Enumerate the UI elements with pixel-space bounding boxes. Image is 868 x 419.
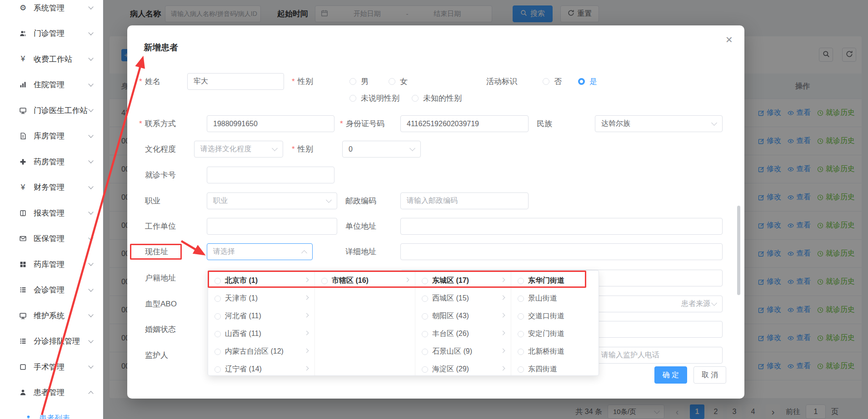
cascader-option[interactable]: 河北省 (11) bbox=[208, 307, 314, 325]
contact-label: *联系方式 bbox=[139, 115, 176, 132]
sidebar-item[interactable]: ⚙系统管理 bbox=[0, 0, 103, 21]
radio-dot bbox=[422, 366, 428, 373]
cascader-option[interactable]: 北京市 (1) bbox=[208, 272, 314, 290]
sidebar-item[interactable]: 会诊管理 bbox=[0, 277, 103, 303]
detail-address-input[interactable] bbox=[400, 243, 723, 260]
cascader-option[interactable]: 东城区 (17) bbox=[415, 272, 511, 290]
name-input[interactable]: 牢大 bbox=[187, 73, 284, 90]
education-select[interactable]: 请选择文化程度 bbox=[194, 141, 283, 158]
chevron-down-icon bbox=[326, 197, 332, 203]
chevron-down-icon bbox=[711, 120, 717, 126]
sidebar-item[interactable]: 住院管理 bbox=[0, 72, 103, 98]
radio-dot bbox=[518, 296, 524, 302]
close-icon[interactable]: × bbox=[726, 34, 733, 45]
chevron-right-icon bbox=[501, 349, 505, 353]
sidebar-item[interactable]: 维护系统 bbox=[0, 303, 103, 329]
sidebar-item[interactable]: 门诊管理 bbox=[0, 21, 103, 47]
cascader-option[interactable]: 市辖区 (16) bbox=[315, 272, 415, 290]
sidebar-item[interactable]: 报表管理 bbox=[0, 200, 103, 226]
monitor-icon bbox=[18, 107, 28, 114]
sidebar-item[interactable]: 手术管理 bbox=[0, 354, 103, 380]
user-icon bbox=[24, 415, 33, 419]
cascader-option[interactable]: 海淀区 (29) bbox=[415, 360, 511, 375]
gender-radio-unknown[interactable]: 未知的性别 bbox=[412, 90, 462, 107]
cascader-option[interactable]: 交道口街道 bbox=[511, 307, 599, 325]
radio-dot bbox=[578, 78, 585, 85]
cascader-option[interactable]: 天津市 (1) bbox=[208, 290, 314, 307]
radio-dot bbox=[215, 296, 221, 302]
chevron-down-icon bbox=[88, 235, 93, 240]
medical-cross-icon bbox=[18, 158, 28, 165]
gender-label: *性别 bbox=[292, 73, 313, 90]
sidebar-item[interactable]: 门诊医生工作站 bbox=[0, 98, 103, 123]
guardian-phone-input[interactable]: 请输入监护人电话 bbox=[595, 347, 723, 364]
sidebar-item[interactable]: 库房管理 bbox=[0, 123, 103, 149]
confirm-button[interactable]: 确 定 bbox=[654, 366, 687, 384]
sidebar-item-label: 药库管理 bbox=[34, 259, 89, 270]
current-address-select[interactable]: 请选择 bbox=[207, 243, 313, 260]
ethnicity-select[interactable]: 达斡尔族 bbox=[595, 115, 723, 132]
chevron-down-icon bbox=[88, 158, 93, 163]
cascader-column-1: 北京市 (1)天津市 (1)河北省 (11)山西省 (11)内蒙古自治区 (12… bbox=[208, 271, 315, 375]
radio-dot bbox=[215, 349, 221, 355]
cancel-button[interactable]: 取 消 bbox=[693, 366, 726, 384]
cascader-option[interactable]: 内蒙古自治区 (12) bbox=[208, 343, 314, 360]
sidebar: ⚙系统管理门诊管理¥收费工作站住院管理门诊医生工作站库房管理药房管理¥财务管理报… bbox=[0, 0, 103, 419]
patient-source-select[interactable]: 患者来源 bbox=[595, 296, 723, 312]
sidebar-menu: ⚙系统管理门诊管理¥收费工作站住院管理门诊医生工作站库房管理药房管理¥财务管理报… bbox=[0, 0, 103, 419]
chevron-down-icon bbox=[88, 210, 93, 215]
cascader-option[interactable]: 景山街道 bbox=[511, 290, 599, 307]
dialog-scrollbar-thumb[interactable] bbox=[737, 206, 740, 295]
sidebar-item[interactable]: 医保管理 bbox=[0, 226, 103, 252]
sidebar-item[interactable]: 患者管理 bbox=[0, 380, 103, 406]
contact-input[interactable]: 19880991650 bbox=[207, 115, 334, 132]
work-unit-input[interactable] bbox=[207, 218, 337, 235]
yen-icon: ¥ bbox=[18, 183, 28, 192]
gender-radio-unexplained[interactable]: 未说明性别 bbox=[349, 90, 399, 107]
chevron-down-icon bbox=[88, 81, 93, 86]
chevron-down-icon bbox=[88, 5, 93, 10]
sidebar-item-label: 患者管理 bbox=[34, 387, 89, 398]
cascader-option[interactable]: 石景山区 (9) bbox=[415, 343, 511, 360]
cascader-option[interactable]: 丰台区 (26) bbox=[415, 325, 511, 343]
cascader-option[interactable]: 辽宁省 (14) bbox=[208, 360, 314, 375]
sidebar-item[interactable]: 药房管理 bbox=[0, 149, 103, 175]
user-icon bbox=[18, 389, 28, 396]
sidebar-item[interactable]: 分诊排队管理 bbox=[0, 329, 103, 355]
cascader-option[interactable]: 东华门街道 bbox=[511, 272, 599, 290]
cascader-option[interactable]: 朝阳区 (43) bbox=[415, 307, 511, 325]
radio-dot bbox=[349, 95, 356, 102]
cascader-option[interactable]: 山西省 (11) bbox=[208, 325, 314, 343]
sidebar-item-label: 门诊管理 bbox=[34, 28, 89, 39]
cascader-option[interactable]: 西城区 (15) bbox=[415, 290, 511, 307]
sidebar-item[interactable]: ¥财务管理 bbox=[0, 175, 103, 201]
sidebar-item[interactable]: ¥收费工作站 bbox=[0, 46, 103, 72]
cascader-option[interactable]: 安定门街道 bbox=[511, 325, 599, 343]
gender-radio-female[interactable]: 女 bbox=[389, 73, 408, 90]
document-icon bbox=[18, 133, 28, 139]
chevron-down-icon bbox=[88, 364, 93, 369]
monitor-icon bbox=[18, 312, 28, 319]
sidebar-subitem-patient-list[interactable]: 患者列表 bbox=[0, 405, 103, 419]
active-flag-radio-yes[interactable]: 是 bbox=[578, 73, 597, 90]
chevron-right-icon bbox=[304, 278, 309, 282]
active-flag-label: *活动标识 bbox=[480, 73, 517, 90]
gender-code-select[interactable]: 0 bbox=[342, 141, 421, 158]
occupation-select[interactable]: 职业 bbox=[207, 192, 337, 209]
id-number-input[interactable]: 411625192602039719 bbox=[400, 115, 529, 132]
household-address-label: *户籍地址 bbox=[139, 270, 176, 286]
chevron-up-icon bbox=[301, 250, 307, 256]
chevron-down-icon bbox=[88, 107, 93, 112]
sidebar-item[interactable]: 药库管理 bbox=[0, 251, 103, 277]
cascader-option[interactable]: 北新桥街道 bbox=[511, 343, 599, 360]
unit-address-input[interactable] bbox=[400, 218, 723, 235]
postal-code-input[interactable]: 请输入邮政编码 bbox=[400, 192, 529, 209]
active-flag-radio-no[interactable]: 否 bbox=[543, 73, 562, 90]
cascader-option[interactable]: 东四街道 bbox=[511, 360, 599, 375]
chevron-right-icon bbox=[304, 331, 309, 335]
gender-radio-male[interactable]: 男 bbox=[349, 73, 369, 90]
sidebar-subitem-label: 患者列表 bbox=[39, 413, 93, 419]
visit-card-input[interactable] bbox=[207, 167, 334, 183]
chevron-right-icon bbox=[304, 313, 309, 318]
radio-dot bbox=[543, 78, 549, 85]
